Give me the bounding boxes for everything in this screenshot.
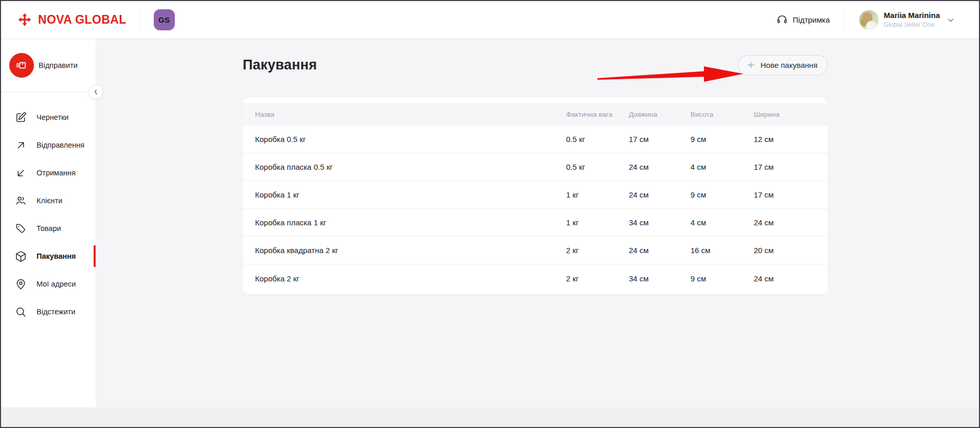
arrow-down-left-icon	[15, 167, 27, 179]
plus-icon	[746, 60, 756, 70]
cell-length: 17 см	[629, 135, 691, 144]
cell-weight: 2 кг	[566, 246, 629, 255]
sidebar-item-packaging[interactable]: Пакування	[1, 242, 96, 270]
drafts-icon	[15, 112, 27, 123]
brand-name: NOVA GLOBAL	[38, 13, 126, 27]
sidebar-item-shipments[interactable]: Відправлення	[1, 131, 96, 159]
cell-width: 12 см	[754, 135, 828, 144]
brand-logo[interactable]: NOVA GLOBAL	[16, 12, 126, 27]
cell-length: 24 см	[629, 246, 691, 255]
people-icon	[15, 195, 27, 207]
cell-height: 4 см	[691, 218, 754, 227]
cell-name: Коробка пласка 1 кг	[255, 218, 566, 227]
cell-height: 9 см	[691, 274, 754, 283]
sidebar-item-clients[interactable]: Клієнти	[1, 187, 96, 215]
sidebar-item-drafts[interactable]: Чернетки	[1, 103, 96, 131]
cell-weight: 0.5 кг	[566, 135, 629, 144]
column-header-length: Довжина	[629, 111, 691, 118]
user-organization: Global Seller One	[884, 21, 940, 29]
cell-weight: 0.5 кг	[566, 163, 629, 171]
table-body: Коробка 0.5 кг 0.5 кг 17 см 9 см 12 см К…	[243, 126, 828, 292]
cell-height: 9 см	[691, 190, 754, 199]
sidebar-items: Чернетки Відправлення Отримання Клієнти …	[1, 92, 96, 326]
table-row[interactable]: Коробка квадратна 2 кг 2 кг 24 см 16 см …	[243, 237, 828, 264]
cell-name: Коробка 2 кг	[255, 274, 566, 283]
table-row[interactable]: Коробка 1 кг 1 кг 24 см 9 см 17 см	[243, 181, 828, 209]
new-packaging-label: Нове пакування	[760, 61, 818, 69]
cell-length: 34 см	[629, 274, 691, 283]
packaging-table-card: Назва Фактична вага Довжина Висота Ширин…	[243, 98, 828, 294]
cell-length: 34 см	[629, 218, 691, 227]
user-menu[interactable]: Mariia Marinina Global Seller One	[859, 10, 955, 30]
sidebar-item-my-addresses[interactable]: Мої адреси	[1, 270, 96, 298]
cell-height: 9 см	[691, 135, 754, 144]
footer-strip	[1, 407, 979, 427]
sidebar-item-receiving[interactable]: Отримання	[1, 159, 96, 187]
tag-icon	[15, 223, 27, 235]
column-header-name: Назва	[255, 111, 566, 118]
header-right: Підтримка Mariia Marinina Global Seller …	[776, 10, 955, 30]
column-header-width: Ширина	[754, 111, 828, 118]
cell-width: 24 см	[754, 218, 828, 227]
cell-width: 17 см	[754, 190, 828, 199]
header-divider	[140, 11, 140, 29]
main-area: Відправити Чернетки Відправлення Отриман…	[1, 39, 979, 407]
page-header: Пакування Нове пакування	[243, 53, 828, 76]
send-button[interactable]: Відправити	[1, 39, 96, 92]
workspace-badge-label: GS	[158, 15, 170, 24]
support-label: Підтримка	[793, 15, 830, 24]
header-divider	[843, 10, 844, 30]
page-title: Пакування	[243, 57, 317, 73]
sidebar-item-track[interactable]: Відстежити	[1, 298, 96, 326]
cell-weight: 1 кг	[566, 190, 629, 199]
chevron-down-icon	[946, 15, 955, 25]
sidebar-collapse-button[interactable]	[88, 85, 103, 99]
cell-length: 24 см	[629, 163, 691, 171]
workspace-badge[interactable]: GS	[154, 9, 175, 30]
cell-name: Коробка квадратна 2 кг	[255, 246, 566, 255]
top-bar: NOVA GLOBAL GS Підтримка	[1, 1, 979, 39]
cell-height: 16 см	[691, 246, 754, 255]
column-header-weight: Фактична вага	[566, 111, 629, 118]
search-icon	[15, 306, 27, 318]
cell-width: 24 см	[754, 274, 828, 283]
table-header-row: Назва Фактична вага Довжина Висота Ширин…	[243, 103, 828, 126]
content-area: Пакування Нове пакування Назва	[96, 39, 979, 407]
sidebar-item-products[interactable]: Товари	[1, 215, 96, 242]
cell-width: 20 см	[754, 246, 828, 255]
cell-weight: 2 кг	[566, 274, 629, 283]
pin-icon	[15, 278, 27, 290]
chevron-left-icon	[93, 89, 99, 96]
cell-name: Коробка пласка 0.5 кг	[255, 163, 566, 171]
cell-length: 24 см	[629, 190, 691, 199]
support-button[interactable]: Підтримка	[776, 13, 830, 27]
box-icon	[15, 251, 27, 262]
cell-width: 17 см	[754, 163, 828, 171]
table-row[interactable]: Коробка 0.5 кг 0.5 кг 17 см 9 см 12 см	[243, 126, 828, 153]
sidebar: Відправити Чернетки Відправлення Отриман…	[1, 39, 96, 407]
cell-name: Коробка 1 кг	[255, 190, 566, 199]
headphones-icon	[776, 13, 788, 27]
table-row[interactable]: Коробка пласка 1 кг 1 кг 34 см 4 см 24 с…	[243, 209, 828, 237]
nova-move-arrows-icon	[16, 12, 33, 27]
arrow-up-right-icon	[15, 139, 27, 151]
new-packaging-button[interactable]: Нове пакування	[738, 55, 828, 75]
cell-name: Коробка 0.5 кг	[255, 135, 566, 144]
table-row[interactable]: Коробка пласка 0.5 кг 0.5 кг 24 см 4 см …	[243, 153, 828, 181]
send-parcel-icon	[9, 53, 34, 78]
user-name: Mariia Marinina	[884, 11, 940, 20]
app-window: NOVA GLOBAL GS Підтримка	[0, 0, 980, 428]
cell-weight: 1 кг	[566, 218, 629, 227]
avatar	[859, 10, 879, 30]
cell-height: 4 см	[691, 163, 754, 171]
column-header-height: Висота	[691, 111, 754, 118]
send-label: Відправити	[39, 61, 78, 69]
table-row[interactable]: Коробка 2 кг 2 кг 34 см 9 см 24 см	[243, 264, 828, 292]
